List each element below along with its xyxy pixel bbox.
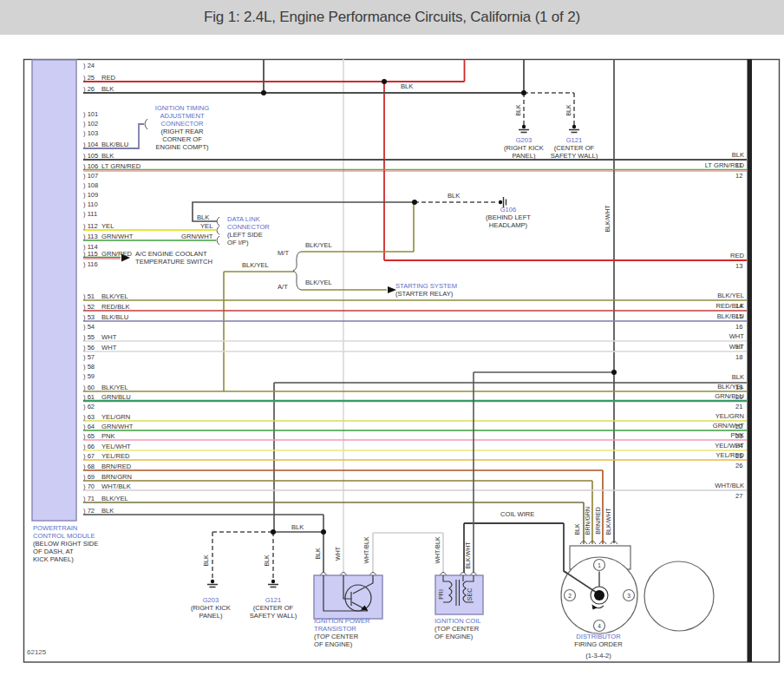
pcm-pin-number: 24	[83, 62, 95, 69]
ground-location: (RIGHT KICK PANEL)	[191, 604, 231, 620]
edge-circuit-number: 26	[735, 462, 742, 469]
wire-color-label-rotated: WHT/BLK	[363, 536, 369, 563]
edge-wire-label: RED/BLK	[623, 302, 744, 310]
pcm-pin-number: 54	[83, 323, 95, 331]
wiring-diagram-page: Fig 1: 2.4L, Engine Performance Circuits…	[0, 0, 784, 676]
edge-circuit-number: 12	[735, 172, 742, 180]
ground-label: G106 (BEHIND LEFT HEADLAMP)	[486, 206, 531, 229]
edge-wire-label: BLK/YEL	[623, 383, 744, 391]
edge-circuit-number: 25	[735, 452, 742, 460]
pcm-pin-wire-label: BLK/YEL	[101, 495, 128, 502]
pcm-pin-number: 70	[83, 482, 95, 490]
ground-label: G203 (RIGHT KICK PANEL)	[504, 136, 544, 160]
edge-circuit-number: 11	[735, 161, 742, 169]
pcm-pin-number: 106	[83, 162, 98, 170]
ground-id: G203	[191, 596, 231, 604]
pcm-pin-wire-label: RED	[101, 74, 115, 82]
pcm-pin-number: 116	[83, 260, 98, 268]
edge-wire-label: YEL/RED	[623, 451, 744, 459]
pcm-pin-wire-label: WHT	[101, 333, 116, 341]
edge-wire-label: WHT/BLK	[623, 482, 744, 489]
distributor-terminal-number: 1	[598, 562, 601, 568]
edge-wire-label: LT GRN/RED	[623, 161, 744, 169]
distributor-label: DISTRIBUTOR FIRING ORDER (1-3-4-2)	[574, 633, 622, 660]
pcm-pin-number: 65	[83, 432, 95, 440]
pcm-pin-number: 72	[83, 507, 95, 515]
pcm-pin-number: 108	[83, 181, 98, 189]
pcm-pin-number: 103	[83, 129, 98, 137]
pcm-pin-wire-label: YEL	[101, 222, 114, 230]
pcm-box	[32, 60, 76, 521]
pcm-pin-wire-label: BLK/YEL	[101, 292, 128, 300]
pcm-pin-number: 67	[83, 452, 95, 460]
ignition-power-transistor-label: IGNITION POWER TRANSISTOR (TOP CENTER OF…	[314, 617, 370, 648]
ground-location: (CENTER OF SAFETY WALL)	[250, 604, 297, 620]
wire-color-label-rotated: PRI	[438, 589, 444, 600]
ground-label: G121 (CENTER OF SAFETY WALL)	[551, 136, 598, 160]
pcm-pin-number: 55	[83, 333, 95, 341]
wire-color-label: A/T	[278, 283, 288, 291]
pcm-pin-number: 61	[83, 393, 95, 401]
wire-color-label-rotated: BRN/GRN	[585, 507, 591, 535]
pcm-pin-wire-label: LT GRN/RED	[101, 162, 140, 170]
edge-wire-label: BLK/YEL	[623, 292, 744, 299]
edge-wire-label: YEL/GRN	[623, 412, 744, 420]
wire-color-label: BLK	[197, 213, 209, 221]
edge-wire-label: GRN/WHT	[623, 422, 744, 430]
wire-color-label: BLK	[448, 192, 460, 200]
pcm-pin-number: 113	[83, 233, 98, 240]
ground-id: G121	[250, 596, 297, 604]
pcm-pin-number: 64	[83, 423, 95, 430]
pcm-pin-wire-label: RED/BLK	[101, 303, 130, 311]
ground-location: (RIGHT KICK PANEL)	[504, 144, 544, 160]
pcm-pin-number: 53	[83, 313, 95, 321]
pcm-pin-wire-label: BLK	[101, 85, 114, 93]
pcm-pin-wire-label: GRN/RED	[101, 250, 132, 258]
edge-circuit-number: 24	[735, 442, 742, 450]
data-link-connector-label: DATA LINK CONNECTOR (LEFT SIDE OF I/P)	[227, 215, 270, 246]
wire-color-label: M/T	[278, 249, 289, 257]
distributor-terminal-number: 4	[598, 623, 601, 629]
pcm-pin-number: 51	[83, 292, 95, 300]
pcm-pin-wire-label: BLK/BLU	[101, 141, 128, 148]
ground-location: (CENTER OF SAFETY WALL)	[551, 144, 598, 160]
pcm-label: POWERTRAIN CONTROL MODULE (BELOW RIGHT S…	[33, 524, 98, 563]
pcm-pin-wire-label: BRN/RED	[101, 463, 131, 470]
pcm-pin-number: 115	[83, 250, 98, 258]
wire-color-label: YEL	[200, 222, 212, 230]
edge-circuit-number: 22	[735, 423, 742, 430]
pcm-pin-number: 63	[83, 413, 95, 421]
edge-circuit-number: 20	[735, 393, 742, 401]
starting-system-label: STARTING SYSTEM (STARTER RELAY)	[395, 282, 457, 298]
wire-color-label: BLK/YEL	[305, 241, 332, 249]
pcm-pin-wire-label: BLK/BLU	[101, 313, 128, 321]
ground-id: G203	[504, 136, 544, 144]
edge-wire-label: GRN/BLU	[623, 392, 744, 400]
edge-circuit-number: 27	[735, 492, 742, 500]
wire-color-label-rotated: BRN/RED	[595, 507, 601, 535]
pcm-pin-number: 102	[83, 120, 98, 128]
edge-circuit-number: 21	[735, 403, 742, 410]
edge-wire-label: YEL/WHT	[623, 442, 744, 450]
pcm-pin-wire-label: BLK	[101, 152, 114, 160]
edge-wire-label: BLK	[623, 151, 744, 159]
pcm-pin-number: 110	[83, 200, 98, 208]
ignition-coil-label: IGNITION COIL (TOP CENTER OF ENGINE)	[434, 617, 481, 640]
pcm-pin-number: 26	[83, 85, 95, 93]
edge-wire-label: WHT	[623, 343, 744, 351]
wire-color-label-rotated: BLK	[203, 555, 209, 566]
edge-circuit-number: 13	[735, 262, 742, 270]
edge-circuit-number: 23	[735, 432, 742, 440]
ignition-timing-connector-label: IGNITION TIMING ADJUSTMENT CONNECTOR (RI…	[155, 104, 209, 151]
pcm-pin-wire-label: YEL/GRN	[101, 413, 130, 421]
ground-location: (BEHIND LEFT HEADLAMP)	[486, 213, 531, 229]
edge-circuit-number: 18	[735, 353, 742, 361]
pcm-pin-number: 109	[83, 191, 98, 199]
diagram-code: 62125	[27, 648, 46, 656]
edge-circuit-number: 17	[735, 343, 742, 351]
pcm-pin-wire-label: WHT	[101, 344, 116, 351]
pcm-pin-wire-label: YEL/RED	[101, 452, 130, 460]
pcm-pin-number: 107	[83, 172, 98, 180]
edge-circuit-number: 14	[735, 302, 742, 310]
distributor-terminal-number: 3	[627, 593, 630, 599]
